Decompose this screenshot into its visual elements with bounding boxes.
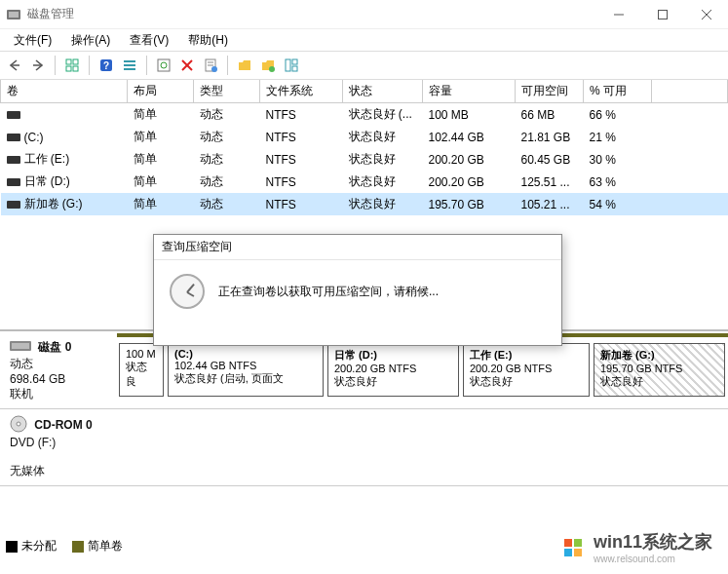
close-button[interactable] [684, 0, 728, 29]
table-row[interactable]: 简单动态NTFS状态良好 (...100 MB66 MB66 % [1, 103, 728, 127]
legend-unallocated: 未分配 [6, 538, 57, 555]
cdrom-line2: DVD (F:) [10, 436, 56, 449]
forward-button[interactable] [27, 55, 49, 76]
volume-table[interactable]: 卷 布局 类型 文件系统 状态 容量 可用空间 % 可用 简单动态NTFS状态良… [0, 80, 728, 215]
disk-0-status: 联机 [10, 387, 33, 401]
col-state[interactable]: 状态 [343, 80, 423, 103]
layout-icon[interactable] [281, 55, 302, 76]
delete-icon[interactable] [176, 55, 198, 76]
partition[interactable]: (C:)102.44 GB NTFS状态良好 (启动, 页面文 [168, 343, 324, 397]
shrink-query-dialog: 查询压缩空间 正在查询卷以获取可用压缩空间，请稍候... [153, 234, 562, 346]
col-volume[interactable]: 卷 [1, 80, 128, 103]
dialog-message: 正在查询卷以获取可用压缩空间，请稍候... [218, 284, 439, 300]
watermark-logo-icon [562, 536, 586, 559]
svg-point-32 [17, 422, 20, 426]
partition[interactable]: 工作 (E:)200.20 GB NTFS状态良好 [463, 343, 590, 397]
svg-rect-11 [73, 66, 78, 71]
properties-icon[interactable] [200, 55, 221, 76]
svg-rect-9 [73, 59, 78, 64]
svg-text:?: ? [103, 60, 109, 71]
disk-map-pane: 磁盘 0 动态 698.64 GB 联机 100 M状态良(C:)102.44 … [0, 333, 728, 523]
svg-rect-34 [574, 539, 582, 547]
svg-rect-28 [292, 66, 297, 71]
watermark-brand: win11系统之家 [594, 530, 712, 554]
toolbar: ? [0, 51, 728, 80]
volume-icon [7, 201, 20, 209]
app-icon [6, 7, 21, 22]
cdrom-header[interactable]: CD-ROM 0 DVD (F:) 无媒体 [0, 409, 117, 485]
back-button[interactable] [4, 55, 25, 76]
optical-disc-icon [10, 415, 27, 436]
col-pct[interactable]: % 可用 [584, 80, 652, 103]
disk-0-header[interactable]: 磁盘 0 动态 698.64 GB 联机 [0, 333, 117, 408]
volume-icon [7, 178, 20, 186]
svg-rect-35 [564, 549, 572, 556]
menu-help[interactable]: 帮助(H) [178, 30, 238, 51]
svg-rect-36 [574, 549, 582, 556]
views-button[interactable] [61, 55, 83, 76]
svg-rect-16 [124, 68, 135, 70]
menu-view[interactable]: 查看(V) [120, 30, 178, 51]
new-folder-icon[interactable] [257, 55, 279, 76]
svg-rect-27 [292, 59, 297, 64]
hard-disk-icon [10, 339, 31, 356]
col-cap[interactable]: 容量 [423, 80, 516, 103]
help-icon[interactable]: ? [96, 55, 117, 76]
window-title: 磁盘管理 [27, 6, 74, 22]
menu-action[interactable]: 操作(A) [61, 30, 120, 51]
disk-0-name: 磁盘 0 [38, 340, 71, 354]
svg-rect-3 [658, 10, 667, 19]
minimize-button[interactable] [596, 0, 640, 29]
maximize-button[interactable] [640, 0, 684, 29]
svg-point-25 [269, 66, 275, 72]
svg-rect-17 [158, 59, 170, 71]
disk-0-size: 698.64 GB [10, 372, 65, 386]
volume-icon [7, 134, 20, 141]
table-row[interactable]: 日常 (D:)简单动态NTFS状态良好200.20 GB125.51 ...63… [1, 171, 728, 193]
menu-bar: 文件(F) 操作(A) 查看(V) 帮助(H) [0, 29, 728, 51]
list-icon[interactable] [119, 55, 140, 76]
svg-rect-1 [9, 12, 19, 18]
disk-0-type: 动态 [10, 357, 33, 370]
col-layout[interactable]: 布局 [128, 80, 194, 103]
svg-rect-30 [12, 343, 29, 349]
table-header-row: 卷 布局 类型 文件系统 状态 容量 可用空间 % 可用 [1, 80, 728, 103]
menu-file[interactable]: 文件(F) [4, 30, 61, 51]
volume-icon [7, 156, 20, 164]
table-row[interactable]: 工作 (E:)简单动态NTFS状态良好200.20 GB60.45 GB30 % [1, 148, 728, 171]
svg-rect-26 [286, 59, 290, 71]
cdrom-body [117, 409, 728, 485]
partition[interactable]: 日常 (D:)200.20 GB NTFS状态良好 [327, 343, 459, 397]
svg-rect-14 [124, 60, 135, 62]
folder-icon[interactable] [234, 55, 255, 76]
volume-icon [7, 111, 20, 119]
legend: 未分配 简单卷 [6, 538, 123, 555]
svg-rect-10 [66, 66, 71, 71]
dialog-title: 查询压缩空间 [154, 235, 561, 260]
col-free[interactable]: 可用空间 [516, 80, 584, 103]
legend-simple-volume: 简单卷 [72, 538, 123, 555]
partition[interactable]: 100 M状态良 [119, 343, 164, 397]
svg-rect-15 [124, 64, 135, 66]
watermark: win11系统之家 www.relsound.com [555, 526, 720, 568]
clock-icon [170, 274, 205, 309]
col-fs[interactable]: 文件系统 [260, 80, 343, 103]
cdrom-name: CD-ROM 0 [34, 418, 92, 432]
title-bar: 磁盘管理 [0, 0, 728, 29]
table-row[interactable]: 新加卷 (G:)简单动态NTFS状态良好195.70 GB105.21 ...5… [1, 193, 728, 215]
cdrom-line3: 无媒体 [10, 464, 45, 478]
watermark-url: www.relsound.com [594, 554, 712, 564]
svg-rect-8 [66, 59, 71, 64]
disk-row-cdrom: CD-ROM 0 DVD (F:) 无媒体 [0, 409, 728, 486]
svg-rect-33 [564, 539, 572, 547]
table-row[interactable]: (C:)简单动态NTFS状态良好102.44 GB21.81 GB21 % [1, 126, 728, 148]
svg-point-24 [211, 66, 217, 72]
svg-point-18 [161, 62, 167, 68]
partition[interactable]: 新加卷 (G:)195.70 GB NTFS状态良好 [594, 343, 725, 397]
col-type[interactable]: 类型 [194, 80, 260, 103]
refresh-icon[interactable] [153, 55, 174, 76]
col-spacer [652, 80, 728, 103]
